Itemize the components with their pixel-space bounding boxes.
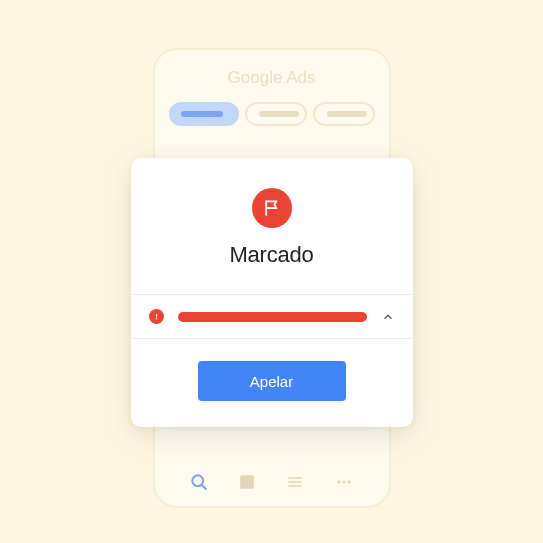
card-header: Marcado bbox=[131, 158, 413, 294]
status-card: Marcado Apelar bbox=[131, 158, 413, 427]
tab-pill[interactable] bbox=[245, 102, 307, 126]
error-bar bbox=[178, 312, 367, 322]
card-footer: Apelar bbox=[131, 339, 413, 427]
tab-pill-active[interactable] bbox=[169, 102, 239, 126]
svg-point-10 bbox=[155, 318, 156, 319]
svg-rect-9 bbox=[155, 314, 156, 317]
chart-icon[interactable] bbox=[238, 473, 256, 491]
error-row[interactable] bbox=[131, 294, 413, 339]
search-icon[interactable] bbox=[189, 472, 209, 492]
tab-pills bbox=[155, 102, 389, 126]
chevron-up-icon[interactable] bbox=[381, 310, 395, 324]
appeal-button[interactable]: Apelar bbox=[198, 361, 346, 401]
svg-rect-2 bbox=[240, 475, 254, 489]
bottom-nav bbox=[155, 472, 389, 492]
error-icon bbox=[149, 309, 164, 324]
flag-icon bbox=[252, 188, 292, 228]
card-title: Marcado bbox=[151, 242, 393, 268]
app-title: Google Ads bbox=[155, 68, 389, 88]
tab-pill[interactable] bbox=[313, 102, 375, 126]
svg-point-6 bbox=[338, 481, 341, 484]
menu-icon[interactable] bbox=[285, 472, 305, 492]
more-icon[interactable] bbox=[334, 472, 354, 492]
svg-line-1 bbox=[202, 485, 207, 490]
svg-point-8 bbox=[348, 481, 351, 484]
svg-point-7 bbox=[343, 481, 346, 484]
svg-point-0 bbox=[192, 475, 203, 486]
